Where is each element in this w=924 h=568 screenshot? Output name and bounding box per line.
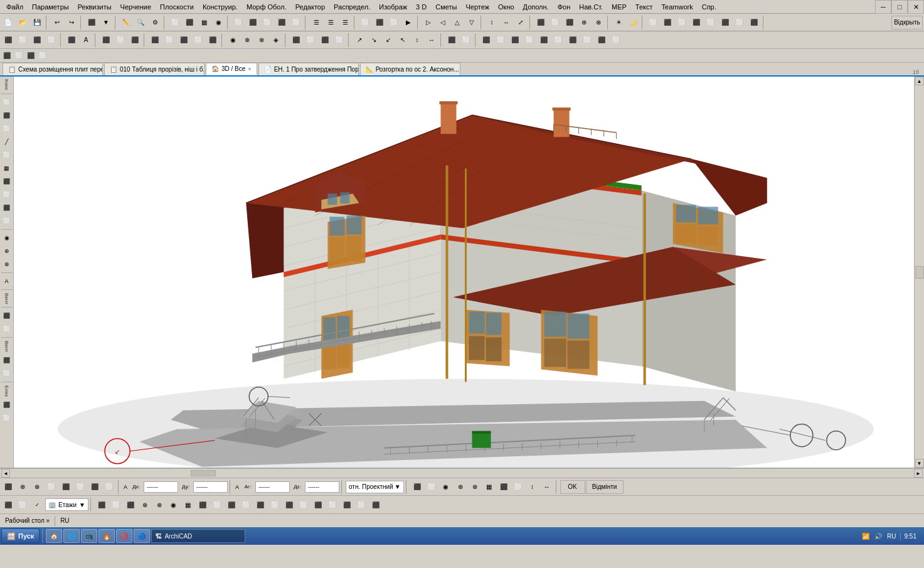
tray-network[interactable]: 📶 — [861, 533, 871, 540]
tb2-btn-1[interactable]: ⬛ — [1, 33, 15, 47]
btb2-view-5[interactable]: ⊗ — [152, 498, 166, 512]
btb2-view-2[interactable]: ⬜ — [109, 498, 123, 512]
tb3-btn-1[interactable]: ⬛ — [1, 50, 13, 62]
tb-btn-34[interactable]: ☀ — [612, 16, 625, 29]
tb2-btn-23[interactable]: ↗ — [353, 33, 366, 47]
btb2-view-19[interactable]: ⬜ — [354, 498, 368, 512]
tb2-btn-26[interactable]: ↖ — [396, 33, 410, 47]
tb-btn-1[interactable]: ⬛ — [85, 16, 98, 29]
tb-btn-29[interactable]: ⬛ — [534, 16, 548, 29]
tb-btn-32[interactable]: ⊕ — [577, 16, 591, 29]
tb-btn-6[interactable]: ⬜ — [168, 16, 182, 29]
undo-button[interactable]: ↩ — [50, 16, 64, 29]
h-scrollbar-track[interactable] — [10, 470, 914, 476]
tb-btn-10[interactable]: ⬜ — [231, 16, 245, 29]
sidebar-btn-6[interactable]: ▦ — [1, 162, 13, 174]
btb2-view-9[interactable]: ⬜ — [210, 498, 224, 512]
sidebar-btn-4[interactable]: ╱ — [1, 136, 13, 148]
btb2-view-14[interactable]: ⬛ — [282, 498, 296, 512]
tab-0[interactable]: 📋 Схема розміщення плит пере... × — [3, 63, 103, 75]
cancel-button[interactable]: Відмінти — [586, 480, 624, 494]
taskbar-item-0[interactable]: 🏠 — [46, 529, 62, 543]
btb2-view-12[interactable]: ⬛ — [253, 498, 267, 512]
tb-btn-31[interactable]: ⬛ — [563, 16, 576, 29]
tab-2[interactable]: 🏠 3D / Все × — [206, 63, 257, 75]
tb2-btn-28[interactable]: ↔ — [425, 33, 438, 47]
menu-bg[interactable]: Фон — [554, 2, 575, 12]
tb2-btn-38[interactable]: ⬜ — [580, 33, 594, 47]
tb2-btn-39[interactable]: ⬛ — [595, 33, 608, 47]
btb2-view-16[interactable]: ⬛ — [311, 498, 325, 512]
tb-btn-9[interactable]: ◉ — [211, 16, 225, 29]
sidebar-btn-16[interactable]: ⬜ — [1, 323, 13, 335]
tb2-btn-17[interactable]: ⊗ — [255, 33, 268, 47]
tb2-btn-15[interactable]: ◉ — [226, 33, 240, 47]
btb-view-10[interactable]: ↔ — [540, 480, 554, 494]
btb2-2[interactable]: ⬜ — [16, 498, 29, 512]
menu-drafting[interactable]: Черчение — [117, 2, 156, 12]
tab-close-2[interactable]: × — [248, 66, 251, 72]
menu-file[interactable]: Файл — [3, 2, 27, 12]
tb2-btn-3[interactable]: ⬛ — [30, 33, 44, 47]
sidebar-btn-9[interactable]: ⬛ — [1, 201, 13, 214]
sidebar-btn-2[interactable]: ⬛ — [1, 109, 13, 122]
menu-help[interactable]: Спр. — [698, 2, 720, 12]
sidebar-btn-15[interactable]: ⬛ — [1, 309, 13, 322]
tb-btn-33[interactable]: ⊗ — [592, 16, 605, 29]
tray-volume[interactable]: 🔊 — [873, 533, 883, 540]
btb-view-9[interactable]: ↕ — [526, 480, 539, 494]
tb2-btn-10[interactable]: ⬛ — [148, 33, 162, 47]
btb-view-4[interactable]: ⊕ — [454, 480, 467, 494]
tb-btn-25[interactable]: ▽ — [465, 16, 479, 29]
sidebar-btn-13[interactable]: ⊗ — [1, 258, 13, 271]
sidebar-btn-11[interactable]: ◉ — [1, 232, 13, 244]
tb2-btn-37[interactable]: ⬛ — [566, 33, 580, 47]
tb-btn-19[interactable]: ⬛ — [373, 16, 386, 29]
menu-estimates[interactable]: Сметы — [432, 2, 460, 12]
btb2-view-18[interactable]: ⬛ — [340, 498, 354, 512]
tb2-btn-16[interactable]: ⊕ — [240, 33, 254, 47]
btb2-view-7[interactable]: ▦ — [181, 498, 195, 512]
tb-btn-42[interactable]: ⬜ — [733, 16, 746, 29]
close-button[interactable]: ✕ — [908, 0, 924, 14]
btb-snap-1[interactable]: ⬛ — [1, 480, 15, 494]
tb-btn-8[interactable]: ▦ — [197, 16, 211, 29]
tb3-btn-2[interactable]: ⬜ — [13, 50, 24, 62]
taskbar-archicad[interactable]: 🏗 ArchiCAD — [151, 529, 245, 543]
scroll-right-button[interactable]: ► — [914, 469, 923, 478]
ok-button[interactable]: OK — [560, 480, 585, 494]
tb-btn-21[interactable]: ▶ — [401, 16, 415, 29]
scroll-up-button[interactable]: ▲ — [915, 77, 924, 85]
btb-snap-7[interactable]: ⬛ — [88, 480, 102, 494]
scroll-thumb[interactable] — [915, 266, 924, 279]
btb-view-3[interactable]: ◉ — [439, 480, 453, 494]
tb-btn-41[interactable]: ⬛ — [718, 16, 732, 29]
tb2-btn-2[interactable]: ⬜ — [16, 33, 29, 47]
sidebar-btn-1[interactable]: ⬜ — [1, 96, 13, 109]
tb-btn-38[interactable]: ⬜ — [675, 16, 689, 29]
btb-snap-4[interactable]: ⬜ — [45, 480, 58, 494]
tb-btn-24[interactable]: △ — [450, 16, 464, 29]
tb-btn-17[interactable]: ☰ — [338, 16, 352, 29]
save-button[interactable]: 💾 — [30, 16, 44, 29]
tb-btn-39[interactable]: ⬛ — [689, 16, 703, 29]
tb2-btn-11[interactable]: ⬜ — [162, 33, 176, 47]
menu-additional[interactable]: Дополн. — [519, 2, 553, 12]
tb2-btn-18[interactable]: ◈ — [269, 33, 283, 47]
tb-btn-35[interactable]: 🌙 — [626, 16, 640, 29]
tb2-btn-4[interactable]: ⬜ — [45, 33, 58, 47]
tab-1[interactable]: 📋 010 Таблиця прорізів, ніш і б... × — [104, 63, 204, 75]
menu-construct[interactable]: Конструир. — [199, 2, 242, 12]
tb2-btn-22[interactable]: ⬜ — [332, 33, 346, 47]
btb2-view-10[interactable]: ⬛ — [225, 498, 238, 512]
sidebar-btn-18[interactable]: ⬜ — [1, 367, 13, 380]
tb-btn-27[interactable]: ↔ — [499, 16, 513, 29]
open-file-button[interactable]: Відкрыть — [891, 16, 923, 29]
tb2-btn-34[interactable]: ⬜ — [523, 33, 536, 47]
tb-btn-7[interactable]: ⬛ — [183, 16, 196, 29]
tb2-btn-19[interactable]: ⬛ — [289, 33, 303, 47]
btb2-view-13[interactable]: ⬜ — [268, 498, 282, 512]
tb-btn-37[interactable]: ⬛ — [661, 16, 674, 29]
tb2-btn-14[interactable]: ⬛ — [206, 33, 220, 47]
menu-3d[interactable]: 3 D — [412, 2, 430, 12]
